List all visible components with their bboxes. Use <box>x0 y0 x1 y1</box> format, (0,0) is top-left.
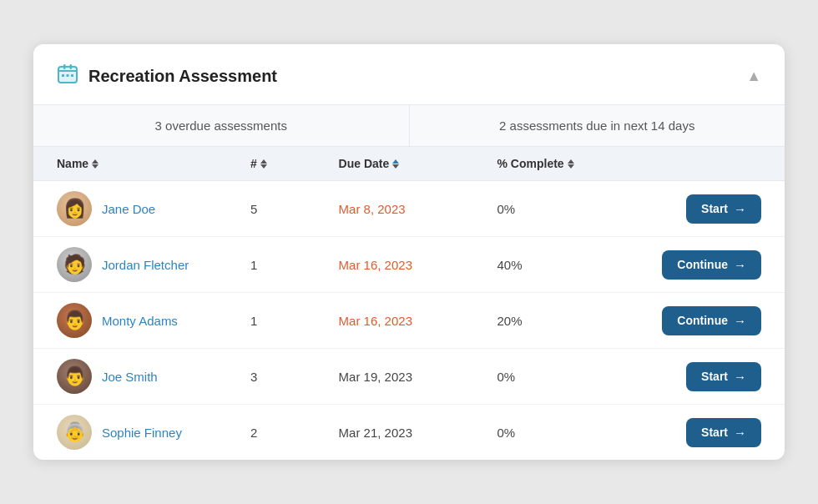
cell-name: 👵 Sophie Finney <box>57 415 250 450</box>
cell-action: Continue → <box>629 306 761 335</box>
summary-row: 3 overdue assessments 2 assessments due … <box>33 105 785 147</box>
sort-up-arrow <box>92 159 98 164</box>
sort-up-arrow-active <box>392 159 399 164</box>
col-num-label: # <box>250 157 257 170</box>
cell-due-date: Mar 8, 2023 <box>339 202 497 216</box>
table-row: 🧑 Jordan Fletcher 1 Mar 16, 2023 40% Con… <box>33 237 785 293</box>
pct-sort-icon[interactable] <box>568 159 574 169</box>
cell-pct-complete: 20% <box>497 314 629 328</box>
arrow-right-icon: → <box>734 258 746 272</box>
action-button[interactable]: Start → <box>686 362 761 391</box>
svg-rect-7 <box>71 74 73 77</box>
cell-name: 👨 Joe Smith <box>57 359 250 394</box>
cell-num: 3 <box>250 370 339 384</box>
arrow-right-icon: → <box>734 370 746 384</box>
svg-rect-4 <box>70 64 73 69</box>
avatar: 👵 <box>57 415 92 450</box>
col-pct-label: % Complete <box>497 157 564 170</box>
num-sort-icon[interactable] <box>260 159 267 169</box>
recreation-assessment-card: Recreation Assessment ▲ 3 overdue assess… <box>33 44 785 460</box>
person-name-link[interactable]: Sophie Finney <box>102 426 182 440</box>
svg-rect-3 <box>63 64 66 69</box>
table-row: 👨 Monty Adams 1 Mar 16, 2023 20% Continu… <box>33 293 785 349</box>
calendar-icon <box>57 63 78 89</box>
cell-action: Start → <box>629 418 761 447</box>
cell-action: Start → <box>629 194 761 224</box>
svg-rect-2 <box>58 70 77 72</box>
table-row: 👨 Joe Smith 3 Mar 19, 2023 0% Start → <box>33 349 785 405</box>
avatar: 👩 <box>57 191 92 226</box>
cell-num: 5 <box>250 202 339 216</box>
collapse-button[interactable]: ▲ <box>746 68 761 85</box>
sort-down-arrow <box>92 164 98 169</box>
arrow-right-icon: → <box>734 426 746 440</box>
header-left: Recreation Assessment <box>57 63 277 89</box>
table-row: 👵 Sophie Finney 2 Mar 21, 2023 0% Start … <box>33 405 785 460</box>
table-row: 👩 Jane Doe 5 Mar 8, 2023 0% Start → <box>33 181 785 237</box>
cell-due-date: Mar 16, 2023 <box>339 314 497 328</box>
cell-pct-complete: 0% <box>497 426 629 440</box>
person-name-link[interactable]: Joe Smith <box>102 370 158 384</box>
person-name-link[interactable]: Jordan Fletcher <box>102 258 189 272</box>
cell-num: 1 <box>250 258 339 272</box>
overdue-summary: 3 overdue assessments <box>33 105 410 146</box>
action-button[interactable]: Start → <box>686 194 761 224</box>
date-sort-icon[interactable] <box>392 159 399 169</box>
action-button[interactable]: Continue → <box>662 306 761 335</box>
upcoming-summary: 2 assessments due in next 14 days <box>410 105 785 146</box>
col-header-pct[interactable]: % Complete <box>497 157 629 170</box>
action-button[interactable]: Start → <box>686 418 761 447</box>
cell-action: Start → <box>629 362 761 391</box>
cell-action: Continue → <box>629 250 761 280</box>
sort-up-arrow <box>568 159 574 164</box>
table-header: Name # Due Date % Complete <box>33 147 785 181</box>
svg-rect-5 <box>62 74 64 77</box>
col-header-name[interactable]: Name <box>57 157 250 170</box>
arrow-right-icon: → <box>734 202 746 216</box>
cell-name: 🧑 Jordan Fletcher <box>57 247 250 282</box>
avatar: 👨 <box>57 303 92 338</box>
cell-name: 👨 Monty Adams <box>57 303 250 338</box>
cell-due-date: Mar 16, 2023 <box>339 258 497 272</box>
avatar: 🧑 <box>57 247 92 282</box>
action-button[interactable]: Continue → <box>662 250 761 280</box>
cell-num: 2 <box>250 426 339 440</box>
card-title: Recreation Assessment <box>88 67 277 86</box>
col-name-label: Name <box>57 157 88 170</box>
person-name-link[interactable]: Monty Adams <box>102 314 178 328</box>
cell-pct-complete: 0% <box>497 370 629 384</box>
sort-down-arrow <box>568 164 574 169</box>
sort-down-arrow <box>260 164 267 169</box>
cell-num: 1 <box>250 314 339 328</box>
svg-rect-6 <box>67 74 69 77</box>
name-sort-icon[interactable] <box>92 159 98 169</box>
cell-name: 👩 Jane Doe <box>57 191 250 226</box>
person-name-link[interactable]: Jane Doe <box>102 202 155 216</box>
sort-down-arrow <box>392 164 399 169</box>
table-body: 👩 Jane Doe 5 Mar 8, 2023 0% Start → 🧑 Jo… <box>33 181 785 460</box>
arrow-right-icon: → <box>734 314 746 328</box>
sort-up-arrow <box>260 159 267 164</box>
avatar: 👨 <box>57 359 92 394</box>
card-header: Recreation Assessment ▲ <box>33 44 785 105</box>
cell-pct-complete: 40% <box>497 258 629 272</box>
cell-due-date: Mar 21, 2023 <box>339 426 497 440</box>
col-header-date[interactable]: Due Date <box>339 157 497 170</box>
col-date-label: Due Date <box>339 157 390 170</box>
cell-pct-complete: 0% <box>497 202 629 216</box>
cell-due-date: Mar 19, 2023 <box>339 370 497 384</box>
col-header-num[interactable]: # <box>250 157 339 170</box>
